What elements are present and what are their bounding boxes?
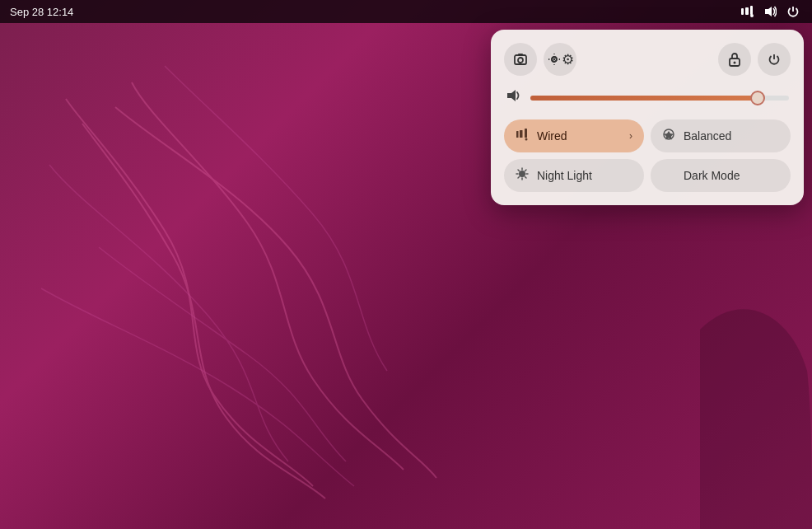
svg-point-6 xyxy=(518,58,523,63)
svg-rect-13 xyxy=(516,131,519,138)
svg-point-11 xyxy=(734,62,736,64)
svg-point-18 xyxy=(519,171,525,177)
wired-chevron: › xyxy=(629,130,632,142)
dark-mode-icon xyxy=(662,167,675,184)
volume-thumb xyxy=(750,91,765,105)
network-status-icon[interactable] xyxy=(738,2,756,21)
balanced-tile[interactable]: Balanced xyxy=(651,119,791,152)
svg-line-25 xyxy=(525,170,527,171)
dark-mode-label: Dark Mode xyxy=(684,169,779,182)
volume-status-icon[interactable] xyxy=(761,2,779,21)
svg-point-16 xyxy=(525,138,528,141)
svg-rect-14 xyxy=(520,130,523,138)
svg-rect-1 xyxy=(745,7,749,15)
settings-button[interactable]: ⚙ xyxy=(544,43,576,76)
screenshot-button[interactable] xyxy=(504,43,537,76)
volume-row xyxy=(504,87,791,108)
topbar-right-icons xyxy=(738,2,802,21)
topbar: Sep 28 12:14 xyxy=(0,0,812,23)
volume-track xyxy=(530,96,789,101)
balanced-icon xyxy=(662,128,675,144)
quick-settings-panel: ⚙ xyxy=(491,30,804,205)
svg-point-9 xyxy=(553,59,554,60)
night-light-tile[interactable]: Night Light xyxy=(504,159,644,192)
topbar-datetime: Sep 28 12:14 xyxy=(10,6,73,18)
svg-line-26 xyxy=(518,177,520,179)
svg-rect-7 xyxy=(518,54,523,55)
night-light-label: Night Light xyxy=(537,169,632,182)
lock-screen-button[interactable] xyxy=(718,43,751,76)
power-off-button[interactable] xyxy=(758,43,791,76)
svg-line-23 xyxy=(518,170,520,171)
dark-mode-tile[interactable]: Dark Mode xyxy=(651,159,791,192)
svg-rect-2 xyxy=(750,6,753,15)
wired-label: Wired xyxy=(537,129,621,143)
svg-line-24 xyxy=(525,177,527,179)
svg-marker-4 xyxy=(765,7,772,16)
night-light-icon xyxy=(516,167,529,184)
volume-fill xyxy=(530,96,758,101)
power-status-icon[interactable] xyxy=(784,2,802,21)
qs-top-left-buttons: ⚙ xyxy=(504,43,576,76)
wired-icon xyxy=(516,128,529,144)
qs-top-row: ⚙ xyxy=(504,43,791,76)
qs-grid: Wired › Balanced xyxy=(504,119,791,192)
volume-slider[interactable] xyxy=(530,96,789,101)
volume-icon xyxy=(506,87,522,108)
svg-rect-0 xyxy=(741,8,744,15)
svg-rect-15 xyxy=(525,129,527,138)
wired-tile[interactable]: Wired › xyxy=(504,119,644,152)
svg-point-3 xyxy=(750,14,754,17)
svg-marker-12 xyxy=(507,90,516,101)
qs-top-right-buttons xyxy=(718,43,791,76)
balanced-label: Balanced xyxy=(684,129,779,143)
